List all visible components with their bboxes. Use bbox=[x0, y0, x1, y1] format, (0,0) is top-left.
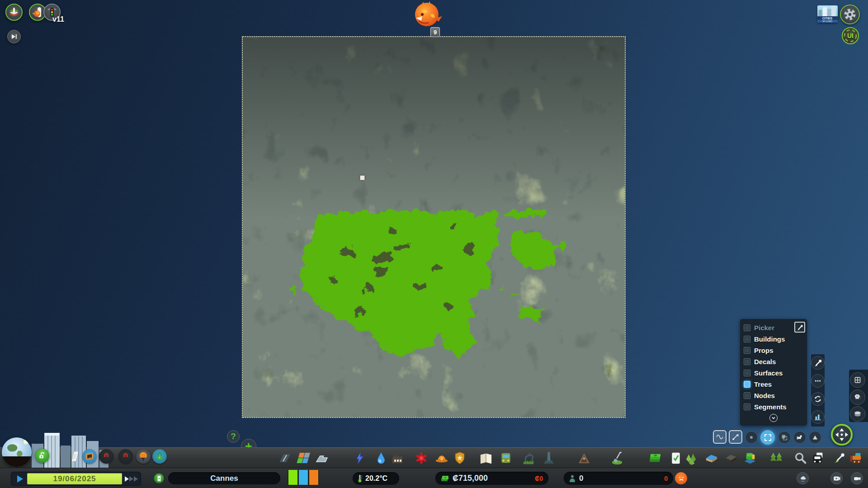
tool-electricity-button[interactable] bbox=[352, 450, 368, 466]
mod-button-asset-packs[interactable] bbox=[5, 4, 23, 21]
commercial-demand-bar bbox=[299, 470, 308, 485]
decals-checkbox[interactable] bbox=[744, 358, 750, 365]
rci-demand-bars[interactable] bbox=[288, 470, 319, 485]
mod-screenshot-button[interactable] bbox=[82, 449, 97, 464]
ui-toggle-button[interactable]: UI bbox=[842, 27, 859, 44]
buildings-checkbox[interactable] bbox=[744, 336, 750, 343]
mod-magnet-2-button[interactable] bbox=[118, 449, 133, 464]
window-grid-button[interactable] bbox=[850, 372, 865, 388]
moveit-row-surfaces[interactable]: Surfaces bbox=[744, 367, 807, 379]
segments-checkbox[interactable] bbox=[744, 404, 750, 410]
copy-mode-button[interactable] bbox=[778, 431, 791, 444]
rci-toggle-button[interactable] bbox=[154, 473, 164, 483]
moveit-row-nodes[interactable]: Nodes bbox=[744, 390, 807, 401]
play-pause-button[interactable] bbox=[14, 473, 26, 484]
unlock-all-button[interactable] bbox=[35, 449, 49, 463]
tool-fire-department-button[interactable] bbox=[434, 450, 450, 466]
happiness-face-indicator[interactable] bbox=[675, 472, 687, 484]
window-grid-icon bbox=[853, 375, 862, 385]
temperature-field[interactable]: 20.2°C bbox=[353, 472, 399, 485]
tool-water-surface-button[interactable] bbox=[703, 450, 720, 466]
picker-checkbox[interactable] bbox=[744, 324, 750, 331]
tool-rocks-button[interactable] bbox=[684, 450, 700, 466]
population-field[interactable]: 0 0 bbox=[564, 472, 673, 485]
globe-earth-icon bbox=[2, 437, 32, 467]
tool-districts-button[interactable] bbox=[314, 450, 330, 466]
tool-garbage-button[interactable] bbox=[389, 450, 406, 466]
speed-controls[interactable] bbox=[123, 473, 139, 484]
refresh-button[interactable] bbox=[811, 392, 825, 406]
tool-roads-button[interactable] bbox=[277, 450, 293, 466]
moveit-row-trees[interactable]: Trees bbox=[744, 379, 807, 390]
map-building-marker[interactable] bbox=[360, 175, 365, 180]
help-button[interactable]: ? bbox=[227, 430, 240, 443]
tool-terrain-button[interactable] bbox=[576, 450, 592, 466]
mod-magnet-1-button[interactable] bbox=[99, 449, 113, 464]
terrain-map-view[interactable] bbox=[242, 36, 626, 418]
lasso-arrow-mode-button[interactable] bbox=[729, 430, 742, 444]
free-camera-button[interactable] bbox=[851, 472, 863, 484]
cities-skylines-logo-icon: CITIES SKYLINES bbox=[817, 5, 838, 23]
move-it-main-button[interactable] bbox=[831, 424, 853, 446]
mod-paper-button[interactable] bbox=[68, 449, 82, 464]
trees-checkbox[interactable] bbox=[744, 381, 750, 388]
align-height-button[interactable] bbox=[809, 431, 821, 444]
tool-picker-button[interactable] bbox=[831, 450, 848, 466]
single-select-button[interactable] bbox=[745, 431, 758, 444]
tool-public-transport-button[interactable] bbox=[498, 450, 514, 466]
lasso-arrow-icon bbox=[731, 432, 740, 441]
tool-parks-button[interactable] bbox=[520, 450, 537, 466]
wave-mode-button[interactable] bbox=[713, 430, 726, 444]
layers-button[interactable] bbox=[850, 406, 865, 422]
speed-3-icon[interactable] bbox=[134, 476, 138, 482]
moveit-row-buildings[interactable]: Buildings bbox=[744, 333, 807, 345]
city-name-field[interactable]: Cannes bbox=[168, 472, 280, 484]
tool-money-mod-button[interactable] bbox=[646, 450, 663, 466]
cities-skylines-logo-thumbnail[interactable]: CITIES SKYLINES bbox=[817, 5, 838, 23]
tool-police-button[interactable] bbox=[452, 450, 468, 466]
nodes-checkbox[interactable] bbox=[744, 392, 750, 399]
tool-vehicles-button[interactable] bbox=[810, 450, 826, 466]
tool-education-button[interactable] bbox=[478, 450, 494, 466]
tool-forest-brush-button[interactable] bbox=[768, 450, 784, 466]
speed-2-icon[interactable] bbox=[129, 476, 133, 482]
options-gear-button[interactable] bbox=[840, 5, 860, 24]
tool-water-button[interactable] bbox=[373, 450, 389, 466]
move-arrows-icon bbox=[835, 428, 849, 441]
tool-search-button[interactable] bbox=[792, 450, 808, 466]
tool-cash-pallet-button[interactable] bbox=[742, 450, 758, 466]
cinematic-camera-button[interactable] bbox=[830, 472, 843, 484]
bulldoze-mode-button[interactable] bbox=[793, 431, 806, 444]
moveit-panel-collapse-button[interactable] bbox=[769, 414, 778, 422]
moveit-row-props[interactable]: Props bbox=[744, 345, 807, 356]
tool-healthcare-button[interactable] bbox=[413, 450, 429, 466]
weather-toggle-button[interactable] bbox=[797, 472, 809, 484]
info-views-globe-button[interactable] bbox=[2, 437, 32, 467]
marquee-select-button-active[interactable] bbox=[760, 430, 775, 445]
picker-eyedropper-button[interactable] bbox=[794, 322, 805, 333]
more-options-button[interactable] bbox=[811, 374, 825, 388]
props-checkbox[interactable] bbox=[744, 347, 750, 354]
chirper-button[interactable] bbox=[412, 1, 443, 29]
money-field[interactable]: ₡715,000 ₡0 bbox=[435, 472, 548, 485]
mod-tree-anarchy-button[interactable] bbox=[136, 449, 151, 464]
moveit-row-decals[interactable]: Decals bbox=[744, 356, 807, 367]
step-frame-button[interactable] bbox=[7, 30, 21, 43]
decals-label: Decals bbox=[754, 358, 776, 366]
pipette-tool-button[interactable] bbox=[811, 356, 825, 370]
surfaces-checkbox[interactable] bbox=[744, 370, 750, 376]
mod-lock-button[interactable] bbox=[152, 449, 167, 464]
tool-pavement-surface-button[interactable] bbox=[723, 450, 739, 466]
tool-zoning-button[interactable] bbox=[295, 450, 311, 466]
tool-bulldozer-button[interactable] bbox=[848, 450, 864, 466]
speed-1-icon[interactable] bbox=[125, 476, 129, 482]
zoning-icon bbox=[296, 451, 310, 465]
svg-text:CITIES: CITIES bbox=[822, 17, 833, 20]
terrain-roll-button[interactable] bbox=[850, 389, 865, 405]
tool-landscaping-button[interactable] bbox=[609, 450, 625, 466]
moveit-row-segments[interactable]: Segments bbox=[744, 401, 807, 413]
statistics-button[interactable] bbox=[811, 410, 825, 424]
tool-unique-buildings-button[interactable] bbox=[541, 450, 557, 466]
chirper-message-badge[interactable]: 9 bbox=[430, 27, 440, 37]
tool-tasks-button[interactable] bbox=[668, 450, 684, 466]
